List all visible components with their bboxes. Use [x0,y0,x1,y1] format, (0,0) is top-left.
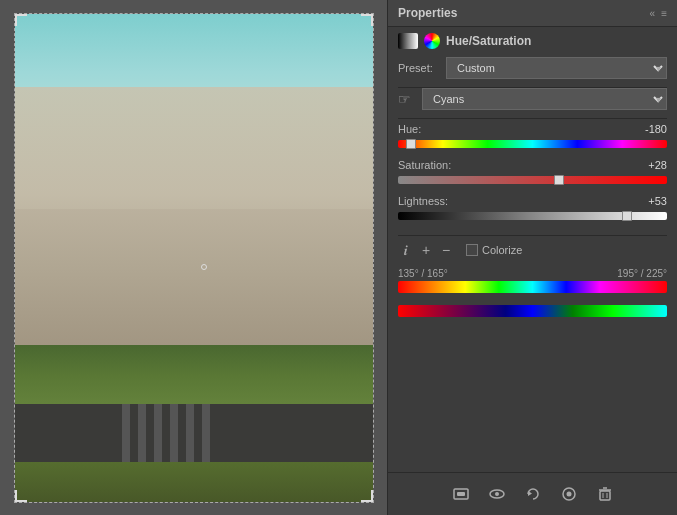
lightness-row: Lightness: +53 [398,195,667,223]
canvas-frame [14,13,374,503]
hue-header: Hue: -180 [398,123,667,135]
slider-section: Hue: -180 Saturation: +28 [388,119,677,235]
eyedropper-icon[interactable]: 𝒊 [398,242,414,258]
svg-point-6 [566,492,571,497]
saturation-label: Saturation: [398,159,451,171]
trash-icon [596,485,614,503]
clip-icon [452,485,470,503]
cursor-indicator [201,264,207,270]
adjustment-header: Hue/Saturation [388,27,677,49]
svg-rect-1 [457,492,465,496]
input-color-bar[interactable] [398,281,667,293]
lightness-value: +53 [632,195,667,207]
range-label-right: 195° / 225° [617,268,667,279]
hue-label: Hue: [398,123,421,135]
reset-button[interactable] [522,483,544,505]
canvas-area [0,0,387,515]
color-wheel-icon [424,33,440,49]
hue-track [398,140,667,148]
color-bar-labels: 135° / 165° 195° / 225° [398,268,667,279]
preset-select[interactable]: Custom Default Cyanotype Increase Red Hu… [446,57,667,79]
saturation-track-container[interactable] [398,173,667,187]
preset-row: Preset: Custom Default Cyanotype Increas… [388,49,677,87]
adjustment-label: Hue/Saturation [446,34,531,48]
hue-row: Hue: -180 [398,123,667,151]
building-layer [15,87,373,355]
corner-br [361,490,373,502]
photo-layer [15,14,373,502]
hue-track-container[interactable] [398,137,667,151]
panel-header: Properties « ≡ [388,0,677,27]
output-bar-container [398,305,667,325]
preset-select-wrapper: Custom Default Cyanotype Increase Red Hu… [446,57,667,79]
colorize-checkbox[interactable] [466,244,478,256]
preset-label: Preset: [398,62,438,74]
halftone-icon [398,33,418,49]
channel-select[interactable]: Master Reds Yellows Greens Cyans Blues M… [422,88,667,110]
saturation-row: Saturation: +28 [398,159,667,187]
corner-bl [15,490,27,502]
svg-marker-4 [528,491,532,496]
lightness-track [398,212,667,220]
channel-select-wrapper: Master Reds Yellows Greens Cyans Blues M… [422,88,667,110]
delete-button[interactable] [594,483,616,505]
crosswalk [122,404,212,463]
range-label-left: 135° / 165° [398,268,448,279]
svg-point-3 [495,492,499,496]
collapse-icon[interactable]: « [650,8,656,19]
visibility-button[interactable] [486,483,508,505]
lightness-thumb[interactable] [622,211,632,221]
eyedropper-add-icon[interactable]: + [418,242,434,258]
eye-button[interactable] [558,483,580,505]
bottom-actions [388,472,677,515]
hue-value: -180 [632,123,667,135]
panel-title: Properties [398,6,457,20]
finger-tool-icon[interactable]: ☞ [398,91,414,107]
panel-header-icons: « ≡ [650,8,667,19]
lightness-label: Lightness: [398,195,448,207]
reset-icon [524,485,542,503]
saturation-thumb[interactable] [554,175,564,185]
hue-thumb[interactable] [406,139,416,149]
tools-row: 𝒊 + − Colorize [388,236,677,264]
properties-panel: Properties « ≡ Hue/Saturation Preset: Cu… [387,0,677,515]
colorize-check: Colorize [466,244,522,256]
saturation-value: +28 [632,159,667,171]
lightness-header: Lightness: +53 [398,195,667,207]
saturation-track [398,176,667,184]
clip-to-layer-button[interactable] [450,483,472,505]
color-bar-section: 135° / 165° 195° / 225° [388,264,677,329]
output-color-bar [398,305,667,317]
color-bar-container [398,281,667,301]
channel-row: ☞ Master Reds Yellows Greens Cyans Blues… [388,88,677,118]
visibility-icon [488,485,506,503]
colorize-label: Colorize [482,244,522,256]
saturation-header: Saturation: +28 [398,159,667,171]
lightness-track-container[interactable] [398,209,667,223]
corner-tl [15,14,27,26]
corner-tr [361,14,373,26]
svg-rect-7 [600,491,610,500]
eyedropper-subtract-icon[interactable]: − [438,242,454,258]
eye-icon [560,485,578,503]
menu-icon[interactable]: ≡ [661,8,667,19]
